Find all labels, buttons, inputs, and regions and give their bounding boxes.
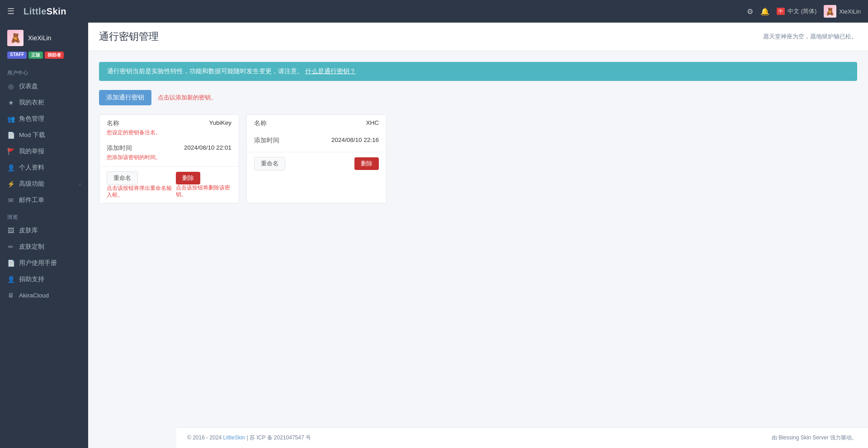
rename-button[interactable]: 重命名 — [254, 157, 285, 170]
sidebar-item-label: 仪表盘 — [19, 82, 81, 90]
users-icon: 👥 — [7, 115, 14, 123]
lang-flag: 中 — [777, 8, 785, 15]
sidebar-item-skin-custom[interactable]: ✏ 皮肤定制 — [0, 239, 88, 255]
sidebar-username: XieXiLin — [28, 34, 51, 42]
sidebar-item-dashboard[interactable]: ◎ 仪表盘 — [0, 78, 88, 94]
icp-text: | 苏 ICP 备 2021047547 号 — [247, 434, 311, 441]
passkey-name-row: 名称 XHC — [247, 115, 386, 129]
delete-section: 删除 点击该按钮将删除该密钥。 — [176, 172, 231, 198]
star-icon: ★ — [7, 99, 14, 106]
sidebar-item-role-manage[interactable]: 👥 角色管理 — [0, 111, 88, 127]
time-value: 2024/08/10 22:01 — [184, 144, 231, 152]
name-hint: 您设定的密钥备注名。 — [99, 129, 239, 140]
sidebar-item-label: 我的衣柜 — [19, 99, 81, 107]
delete-hint: 点击该按钮将删除该密钥。 — [176, 184, 231, 198]
mail-icon: ✉ — [7, 197, 14, 204]
sidebar-item-skin-library[interactable]: 🖼 皮肤库 — [0, 222, 88, 239]
sidebar-avatar: 🧸 — [7, 30, 24, 46]
sidebar-item-akiracloud[interactable]: 🖥 AkiraCloud — [0, 288, 88, 303]
add-passkey-button[interactable]: 添加通行密钥 — [99, 90, 151, 105]
sidebar-item-label: 用户使用手册 — [19, 259, 81, 267]
flag-icon: 🚩 — [7, 148, 14, 155]
sidebar-user-section: 🧸 XieXiLin STAFF 正版 捐助者 — [0, 23, 88, 64]
sidebar-item-label: 捐助支持 — [19, 275, 81, 283]
heart-icon: 👤 — [7, 276, 14, 283]
sidebar-item-label: 邮件工单 — [19, 196, 81, 204]
footer-left: © 2016 - 2024 LittleSkin | 苏 ICP 备 20210… — [187, 434, 311, 442]
sidebar-badges: STAFF 正版 捐助者 — [7, 52, 64, 59]
badge-staff: STAFF — [7, 52, 27, 59]
brand-link[interactable]: LittleSkin — [223, 434, 245, 441]
sidebar-section-browse: 浏览 — [0, 208, 88, 222]
sidebar-toggle[interactable]: ☰ — [7, 6, 14, 16]
sidebar-item-label: 高级功能 — [19, 180, 75, 188]
file-icon: 📄 — [7, 132, 14, 139]
lang-selector[interactable]: 中 中文 (简体) — [777, 7, 816, 15]
chevron-left-icon: ‹ — [79, 181, 81, 187]
user-menu[interactable]: 🧸 XieXiLin — [824, 5, 861, 18]
alert-text: 通行密钥当前是实验性特性，功能和数据可能随时发生变更，请注意。 — [107, 68, 303, 75]
header-subtitle: 愿天堂神座为空，愿地狱炉轴已松。 — [763, 33, 857, 41]
sidebar-section-user-center: 用户中心 — [0, 64, 88, 78]
person-icon: 👤 — [7, 164, 14, 171]
time-label: 添加时间 — [107, 144, 132, 152]
sidebar-item-label: 皮肤库 — [19, 226, 81, 235]
info-alert: 通行密钥当前是实验性特性，功能和数据可能随时发生变更，请注意。 什么是通行密钥？ — [99, 62, 857, 81]
sidebar-item-user-manual[interactable]: 📄 用户使用手册 — [0, 255, 88, 271]
passkey-time-row: 添加时间 2024/08/10 22:01 — [99, 140, 239, 154]
footer-right: 由 Blessing Skin Server 强力驱动。 — [772, 434, 857, 442]
time-value: 2024/08/10 22:16 — [331, 137, 379, 145]
sidebar-item-label: Mod 下载 — [19, 131, 81, 139]
content-body: 通行密钥当前是实验性特性，功能和数据可能随时发生变更，请注意。 什么是通行密钥？… — [88, 51, 868, 427]
name-label: 名称 — [107, 119, 119, 127]
rename-button[interactable]: 重命名 — [107, 171, 138, 185]
passkey-name-row: 名称 YubiKey — [99, 115, 239, 129]
rename-hint: 点击该按钮将弹出重命名输入框。 — [107, 185, 176, 198]
lang-label: 中文 (简体) — [788, 7, 816, 15]
copyright: © 2016 - 2024 — [187, 434, 222, 441]
time-label: 添加时间 — [254, 137, 279, 145]
sidebar-user-info: 🧸 XieXiLin — [7, 30, 51, 46]
passkey-cards: 名称 YubiKey 您设定的密钥备注名。 添加时间 2024/08/10 22… — [99, 114, 857, 203]
main-wrapper: 通行密钥管理 愿天堂神座为空，愿地狱炉轴已松。 通行密钥当前是实验性特性，功能和… — [88, 23, 868, 448]
sidebar-item-profile[interactable]: 👤 个人资料 — [0, 160, 88, 176]
sidebar-item-mail-list[interactable]: ✉ 邮件工单 — [0, 192, 88, 208]
dashboard-icon: ◎ — [7, 83, 14, 90]
sidebar-item-mod-download[interactable]: 📄 Mod 下载 — [0, 127, 88, 143]
navbar-username: XieXiLin — [839, 8, 861, 15]
navbar-avatar: 🧸 — [824, 5, 836, 18]
sidebar-item-label: 角色管理 — [19, 115, 81, 123]
name-value: YubiKey — [209, 119, 231, 127]
sidebar: 🧸 XieXiLin STAFF 正版 捐助者 用户中心 ◎ 仪表盘 ★ 我的衣… — [0, 23, 88, 448]
passkey-actions: 重命名 删除 — [247, 152, 386, 175]
sidebar-item-advanced[interactable]: ⚡ 高级功能 ‹ — [0, 176, 88, 192]
sidebar-item-my-report[interactable]: 🚩 我的举报 — [0, 143, 88, 160]
delete-button[interactable]: 删除 — [176, 172, 200, 184]
passkey-card-xhc: 名称 XHC 添加时间 2024/08/10 22:16 重命名 删除 — [246, 114, 387, 203]
time-hint: 您添加该密钥的时间。 — [99, 154, 239, 165]
rename-section: 重命名 点击该按钮将弹出重命名输入框。 — [107, 171, 176, 198]
settings-icon[interactable]: ⚙ — [747, 7, 753, 16]
delete-button[interactable]: 删除 — [354, 157, 379, 170]
book-icon: 📄 — [7, 259, 14, 267]
powered-by: 由 Blessing Skin Server 强力驱动。 — [772, 434, 857, 441]
sidebar-item-label: 我的举报 — [19, 147, 81, 156]
footer: © 2016 - 2024 LittleSkin | 苏 ICP 备 20210… — [176, 427, 868, 448]
image-icon: 🖼 — [7, 227, 14, 234]
sidebar-item-wardrobe[interactable]: ★ 我的衣柜 — [0, 94, 88, 111]
alert-link[interactable]: 什么是通行密钥？ — [305, 68, 356, 75]
sidebar-item-label: 皮肤定制 — [19, 243, 81, 251]
add-hint: 点击以添加新的密钥。 — [158, 94, 217, 102]
name-label: 名称 — [254, 119, 267, 127]
passkey-actions: 重命名 点击该按钮将弹出重命名输入框。 删除 点击该按钮将删除该密钥。 — [99, 166, 239, 203]
bell-icon[interactable]: 🔔 — [760, 7, 769, 16]
passkey-time-row: 添加时间 2024/08/10 22:16 — [247, 132, 386, 146]
badge-zheng: 正版 — [28, 52, 43, 59]
app-brand: LittleSkin — [24, 6, 66, 17]
content-header: 通行密钥管理 愿天堂神座为空，愿地狱炉轴已松。 — [88, 23, 868, 51]
add-section: 添加通行密钥 点击以添加新的密钥。 — [99, 90, 857, 105]
lightning-icon: ⚡ — [7, 180, 14, 188]
sidebar-item-label: 个人资料 — [19, 164, 81, 172]
name-value: XHC — [366, 119, 379, 127]
sidebar-item-donate[interactable]: 👤 捐助支持 — [0, 271, 88, 288]
